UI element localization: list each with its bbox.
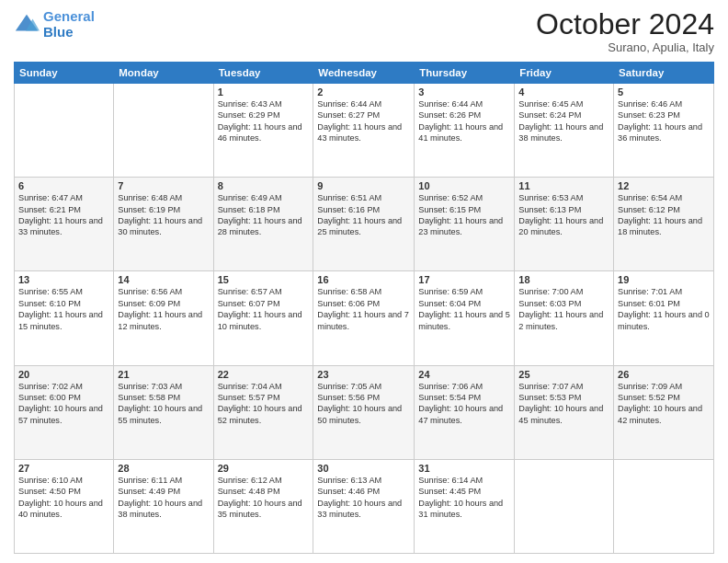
logo-text: General Blue [43,9,95,40]
day-cell: 8Sunrise: 6:49 AM Sunset: 6:18 PM Daylig… [213,178,313,271]
day-info: Sunrise: 6:48 AM Sunset: 6:19 PM Dayligh… [118,192,209,238]
day-cell [515,459,614,553]
day-number: 19 [618,274,710,285]
day-cell: 30Sunrise: 6:13 AM Sunset: 4:46 PM Dayli… [313,459,415,553]
page: General Blue October 2024 Surano, Apulia… [0,0,728,563]
logo: General Blue [14,9,95,40]
day-info: Sunrise: 6:49 AM Sunset: 6:18 PM Dayligh… [218,192,310,238]
header-row: SundayMondayTuesdayWednesdayThursdayFrid… [15,63,714,84]
day-info: Sunrise: 7:05 AM Sunset: 5:56 PM Dayligh… [317,381,410,427]
calendar-table: SundayMondayTuesdayWednesdayThursdayFrid… [14,62,714,554]
day-cell: 14Sunrise: 6:56 AM Sunset: 6:09 PM Dayli… [114,271,213,365]
day-info: Sunrise: 7:01 AM Sunset: 6:01 PM Dayligh… [618,286,710,332]
day-cell: 9Sunrise: 6:51 AM Sunset: 6:16 PM Daylig… [313,178,415,271]
week-row-2: 6Sunrise: 6:47 AM Sunset: 6:21 PM Daylig… [15,178,714,271]
day-header-friday: Friday [515,63,614,84]
day-number: 12 [618,180,710,191]
day-header-saturday: Saturday [614,63,714,84]
day-number: 26 [618,369,710,380]
day-cell: 12Sunrise: 6:54 AM Sunset: 6:12 PM Dayli… [614,178,714,271]
day-header-tuesday: Tuesday [213,63,313,84]
logo-icon [14,12,40,38]
day-number: 2 [317,86,410,98]
day-cell [114,84,213,178]
day-info: Sunrise: 7:04 AM Sunset: 5:57 PM Dayligh… [218,381,310,427]
day-info: Sunrise: 7:09 AM Sunset: 5:52 PM Dayligh… [618,381,710,427]
day-cell: 10Sunrise: 6:52 AM Sunset: 6:15 PM Dayli… [415,178,515,271]
day-info: Sunrise: 6:53 AM Sunset: 6:13 PM Dayligh… [518,192,609,238]
day-cell: 27Sunrise: 6:10 AM Sunset: 4:50 PM Dayli… [15,459,114,553]
day-number: 21 [118,369,209,380]
day-info: Sunrise: 6:12 AM Sunset: 4:48 PM Dayligh… [218,475,310,521]
day-number: 29 [218,463,310,474]
day-info: Sunrise: 6:10 AM Sunset: 4:50 PM Dayligh… [18,475,109,521]
day-number: 20 [18,369,109,380]
day-number: 8 [218,180,310,191]
logo-line1: General [43,8,95,24]
day-header-sunday: Sunday [15,63,114,84]
day-cell: 19Sunrise: 7:01 AM Sunset: 6:01 PM Dayli… [614,271,714,365]
day-cell: 20Sunrise: 7:02 AM Sunset: 6:00 PM Dayli… [15,365,114,459]
day-number: 6 [18,180,109,191]
day-cell: 22Sunrise: 7:04 AM Sunset: 5:57 PM Dayli… [213,365,313,459]
week-row-5: 27Sunrise: 6:10 AM Sunset: 4:50 PM Dayli… [15,459,714,553]
day-number: 13 [18,274,109,285]
day-number: 30 [317,463,410,474]
day-info: Sunrise: 6:13 AM Sunset: 4:46 PM Dayligh… [317,475,410,521]
day-cell [614,459,714,553]
day-info: Sunrise: 6:52 AM Sunset: 6:15 PM Dayligh… [418,192,510,238]
header: General Blue October 2024 Surano, Apulia… [14,9,714,54]
day-info: Sunrise: 6:55 AM Sunset: 6:10 PM Dayligh… [18,286,109,332]
day-number: 3 [418,86,510,98]
day-cell: 18Sunrise: 7:00 AM Sunset: 6:03 PM Dayli… [515,271,614,365]
day-info: Sunrise: 7:00 AM Sunset: 6:03 PM Dayligh… [518,286,609,332]
day-number: 22 [218,369,310,380]
day-number: 17 [418,274,510,285]
day-info: Sunrise: 6:51 AM Sunset: 6:16 PM Dayligh… [317,192,410,238]
day-number: 11 [518,180,609,191]
month-title: October 2024 [536,9,714,39]
day-cell: 4Sunrise: 6:45 AM Sunset: 6:24 PM Daylig… [515,84,614,178]
day-info: Sunrise: 6:43 AM Sunset: 6:29 PM Dayligh… [218,98,310,144]
day-cell: 16Sunrise: 6:58 AM Sunset: 6:06 PM Dayli… [313,271,415,365]
day-cell: 28Sunrise: 6:11 AM Sunset: 4:49 PM Dayli… [114,459,213,553]
day-info: Sunrise: 7:06 AM Sunset: 5:54 PM Dayligh… [418,381,510,427]
day-cell: 3Sunrise: 6:44 AM Sunset: 6:26 PM Daylig… [415,84,515,178]
day-header-monday: Monday [114,63,213,84]
day-info: Sunrise: 6:54 AM Sunset: 6:12 PM Dayligh… [618,192,710,238]
day-number: 14 [118,274,209,285]
day-header-thursday: Thursday [415,63,515,84]
day-number: 18 [518,274,609,285]
week-row-1: 1Sunrise: 6:43 AM Sunset: 6:29 PM Daylig… [15,84,714,178]
calendar-header: SundayMondayTuesdayWednesdayThursdayFrid… [15,63,714,84]
day-cell: 17Sunrise: 6:59 AM Sunset: 6:04 PM Dayli… [415,271,515,365]
calendar-body: 1Sunrise: 6:43 AM Sunset: 6:29 PM Daylig… [15,84,714,554]
day-number: 25 [518,369,609,380]
day-number: 7 [118,180,209,191]
day-number: 10 [418,180,510,191]
day-number: 28 [118,463,209,474]
day-info: Sunrise: 6:11 AM Sunset: 4:49 PM Dayligh… [118,475,209,521]
day-number: 16 [317,274,410,285]
day-cell: 11Sunrise: 6:53 AM Sunset: 6:13 PM Dayli… [515,178,614,271]
title-block: October 2024 Surano, Apulia, Italy [536,9,714,54]
day-number: 1 [218,86,310,98]
day-cell: 31Sunrise: 6:14 AM Sunset: 4:45 PM Dayli… [415,459,515,553]
day-info: Sunrise: 6:56 AM Sunset: 6:09 PM Dayligh… [118,286,209,332]
day-number: 24 [418,369,510,380]
day-cell: 24Sunrise: 7:06 AM Sunset: 5:54 PM Dayli… [415,365,515,459]
day-info: Sunrise: 6:57 AM Sunset: 6:07 PM Dayligh… [218,286,310,332]
logo-line2: Blue [43,25,95,40]
day-number: 5 [618,86,710,98]
day-number: 4 [518,86,609,98]
day-info: Sunrise: 6:46 AM Sunset: 6:23 PM Dayligh… [618,98,710,144]
day-info: Sunrise: 6:45 AM Sunset: 6:24 PM Dayligh… [518,98,609,144]
day-info: Sunrise: 6:58 AM Sunset: 6:06 PM Dayligh… [317,286,410,332]
day-cell: 6Sunrise: 6:47 AM Sunset: 6:21 PM Daylig… [15,178,114,271]
day-info: Sunrise: 6:44 AM Sunset: 6:27 PM Dayligh… [317,98,410,144]
day-number: 9 [317,180,410,191]
day-cell: 23Sunrise: 7:05 AM Sunset: 5:56 PM Dayli… [313,365,415,459]
day-cell: 26Sunrise: 7:09 AM Sunset: 5:52 PM Dayli… [614,365,714,459]
day-cell: 2Sunrise: 6:44 AM Sunset: 6:27 PM Daylig… [313,84,415,178]
day-cell: 5Sunrise: 6:46 AM Sunset: 6:23 PM Daylig… [614,84,714,178]
